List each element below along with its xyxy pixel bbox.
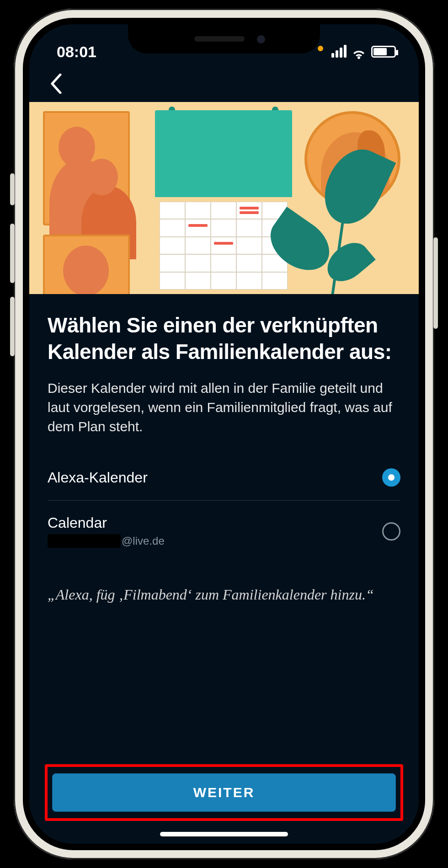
- radio-selected-icon: [382, 468, 400, 487]
- power-button: [433, 237, 438, 329]
- phone-frame: 08:01: [14, 9, 434, 859]
- bottom-area: WEITER: [29, 764, 419, 821]
- hero-illustration: [29, 102, 419, 294]
- back-button[interactable]: [45, 72, 68, 95]
- option-calendar-live[interactable]: Calendar @live.de: [48, 501, 400, 562]
- calendar-options: Alexa-Kalender Calendar @live.de: [48, 455, 400, 562]
- page-title: Wählen Sie einen der verknüpften Kalende…: [48, 312, 400, 365]
- device-notch: [128, 24, 320, 54]
- chevron-left-icon: [50, 74, 62, 94]
- option-label: Alexa-Kalender: [48, 469, 148, 486]
- nav-bar: [29, 65, 419, 102]
- volume-down-button: [10, 297, 15, 356]
- screen: 08:01: [23, 18, 425, 850]
- home-indicator[interactable]: [160, 832, 288, 836]
- content-area: Wählen Sie einen der verknüpften Kalende…: [29, 294, 419, 605]
- option-alexa-kalender[interactable]: Alexa-Kalender: [48, 455, 400, 500]
- mic-indicator-dot: [318, 46, 323, 51]
- page-description: Dieser Kalender wird mit allen in der Fa…: [48, 379, 400, 436]
- continue-button-label: WEITER: [193, 785, 255, 800]
- redacted-email-user: [48, 534, 121, 548]
- wifi-icon: [352, 46, 366, 57]
- voice-hint: „Alexa, füg ‚Filmabend‘ zum Familienkale…: [48, 584, 400, 605]
- option-subtitle: @live.de: [48, 534, 165, 548]
- status-time: 08:01: [57, 43, 96, 61]
- continue-button[interactable]: WEITER: [52, 773, 396, 812]
- tutorial-highlight: WEITER: [45, 764, 403, 821]
- volume-up-button: [10, 224, 15, 283]
- radio-unselected-icon: [382, 522, 400, 541]
- battery-icon: [371, 46, 396, 58]
- cellular-signal-icon: [331, 46, 347, 58]
- mute-switch: [10, 173, 15, 205]
- option-label: Calendar: [48, 514, 165, 531]
